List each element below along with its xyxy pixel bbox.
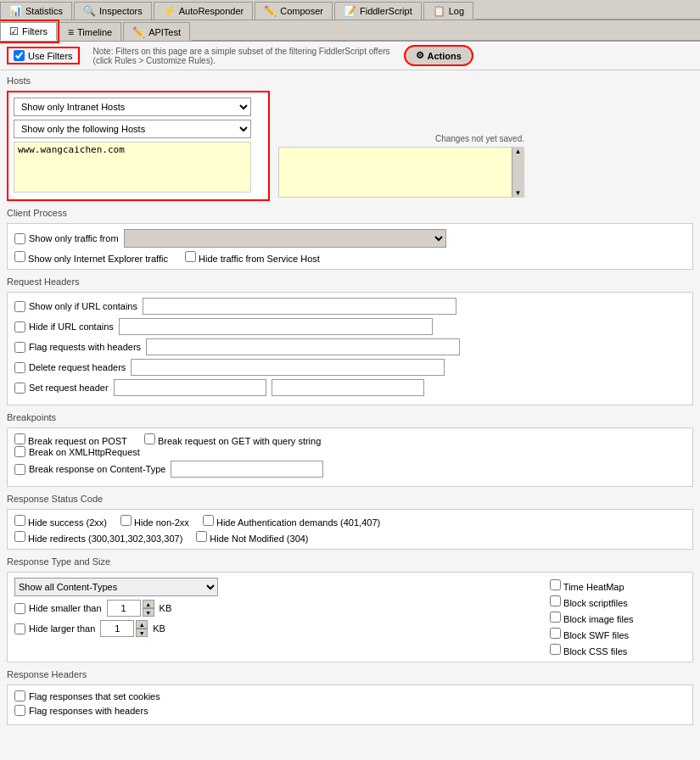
breakpoints-row1: Break request on POST Break request on G… <box>14 433 686 446</box>
tab-timeline[interactable]: ≡ Timeline <box>59 22 121 41</box>
response-type-section: Response Type and Size Show all Content-… <box>7 556 693 662</box>
delete-headers-checkbox[interactable] <box>14 362 25 373</box>
break-post-checkbox[interactable] <box>14 433 25 444</box>
content-type-dropdown-row: Show all Content-Types <box>14 578 536 596</box>
hide-larger-spinner-btns: ▲ ▼ <box>136 620 148 637</box>
show-only-ie-checkbox[interactable] <box>14 251 25 262</box>
client-process-checkboxes: Show only Internet Explorer traffic Hide… <box>14 251 686 264</box>
set-header-name-input[interactable] <box>114 379 266 396</box>
hide-service-host-label: Hide traffic from Service Host <box>185 251 320 264</box>
hide-smaller-row: Hide smaller than ▲ ▼ KB <box>14 600 536 617</box>
hide-auth-checkbox[interactable] <box>203 515 214 526</box>
actions-button[interactable]: ⚙ Actions <box>404 45 473 66</box>
hide-larger-input[interactable] <box>100 620 134 637</box>
hide-success-checkbox[interactable] <box>14 515 25 526</box>
toolbar: Use Filters Note: Filters on this page a… <box>0 42 700 70</box>
flag-requests-input[interactable] <box>146 338 460 355</box>
tab-composer[interactable]: ✏️ Composer <box>255 2 333 20</box>
toolbar-note: Note: Filters on this page are a simple … <box>93 47 390 65</box>
statistics-icon: 📊 <box>9 5 22 17</box>
show-if-url-checkbox[interactable] <box>14 301 25 312</box>
response-type-right: Time HeatMap Block scriptfiles Block ima… <box>550 578 686 657</box>
hide-if-url-input[interactable] <box>119 318 433 335</box>
hide-service-host-checkbox[interactable] <box>185 251 196 262</box>
hide-larger-row: Hide larger than ▲ ▼ KB <box>14 620 536 637</box>
hide-larger-down-btn[interactable]: ▼ <box>136 629 148 637</box>
break-content-type-input[interactable] <box>171 461 323 478</box>
hide-smaller-input[interactable] <box>107 600 141 617</box>
break-content-type-row: Break response on Content-Type <box>14 461 686 478</box>
tab-bar-row1: 📊 Statistics 🔍 Inspectors ⚡ AutoResponde… <box>0 0 700 20</box>
hosts-dropdown1-row: Show only Intranet Hosts <box>14 98 263 116</box>
block-scriptfiles-checkbox[interactable] <box>550 595 561 606</box>
actions-icon: ⚙ <box>416 50 424 61</box>
tab-log[interactable]: 📋 Log <box>423 2 473 20</box>
flag-responses-checkbox[interactable] <box>14 705 25 716</box>
block-swffiles-label: Block SWF files <box>550 628 686 640</box>
rh-row-2: Flag requests with headers <box>14 338 686 355</box>
client-process-box: Show only traffic from Show only Interne… <box>7 223 693 270</box>
hide-non2xx-checkbox[interactable] <box>120 515 132 526</box>
hide-not-modified-label: Hide Not Modified (304) <box>196 531 308 544</box>
time-heatmap-checkbox[interactable] <box>550 579 561 590</box>
hide-smaller-down-btn[interactable]: ▼ <box>143 608 154 617</box>
break-xml-checkbox[interactable] <box>14 446 25 457</box>
break-content-type-checkbox[interactable] <box>14 464 25 475</box>
scrollbar-up-icon[interactable]: ▲ <box>515 148 522 155</box>
fiddlerscript-icon: 📝 <box>344 5 356 17</box>
flag-cookies-checkbox[interactable] <box>14 690 25 701</box>
hide-if-url-checkbox[interactable] <box>14 321 25 332</box>
show-traffic-dropdown[interactable] <box>124 229 446 248</box>
hosts-section-title: Hosts <box>7 75 693 86</box>
hosts-dropdown2-row: Show only the following Hosts <box>14 120 263 138</box>
use-filters-checkbox[interactable] <box>14 50 25 61</box>
hide-smaller-up-btn[interactable]: ▲ <box>143 600 154 608</box>
set-header-value-input[interactable] <box>272 379 424 396</box>
tab-fiddlerscript[interactable]: 📝 FiddlerScript <box>334 2 422 20</box>
hide-larger-label: Hide larger than <box>14 623 95 634</box>
delete-headers-input[interactable] <box>131 359 445 376</box>
break-get-checkbox[interactable] <box>144 433 155 444</box>
block-cssfiles-checkbox[interactable] <box>550 644 561 655</box>
break-xml-label: Break on XMLHttpRequest <box>14 446 140 457</box>
tab-autoresponder[interactable]: ⚡ AutoResponder <box>154 2 253 20</box>
hosts-textarea[interactable] <box>14 142 251 193</box>
show-if-url-input[interactable] <box>143 298 456 315</box>
response-headers-section: Response Headers Flag responses that set… <box>7 669 693 725</box>
content-type-dropdown[interactable]: Show all Content-Types <box>14 578 218 596</box>
tab-apitest[interactable]: ✏️ APITest <box>123 22 190 41</box>
hide-larger-up-btn[interactable]: ▲ <box>136 620 148 629</box>
autoresponder-icon: ⚡ <box>163 5 176 17</box>
break-xml-row: Break on XMLHttpRequest <box>14 446 686 457</box>
tab-inspectors[interactable]: 🔍 Inspectors <box>74 2 152 20</box>
hosts-section: Hosts Show only Intranet Hosts Show only… <box>7 75 693 201</box>
hide-smaller-unit: KB <box>160 603 172 613</box>
break-post-label: Break request on POST <box>14 433 127 446</box>
hide-not-modified-checkbox[interactable] <box>196 531 207 542</box>
client-process-section: Client Process Show only traffic from Sh… <box>7 208 693 270</box>
hide-smaller-checkbox[interactable] <box>14 603 25 614</box>
use-filters-box: Use Filters <box>7 47 80 64</box>
flag-requests-checkbox[interactable] <box>14 342 25 353</box>
time-heatmap-label: Time HeatMap <box>550 579 686 592</box>
hosts-dropdown1[interactable]: Show only Intranet Hosts <box>14 98 251 116</box>
block-imagefiles-label: Block image files <box>550 612 686 624</box>
flag-requests-label: Flag requests with headers <box>14 342 141 353</box>
show-traffic-row: Show only traffic from <box>14 229 686 248</box>
response-type-inner: Show all Content-Types Hide smaller than… <box>14 578 686 657</box>
breakpoints-section: Breakpoints Break request on POST Break … <box>7 412 693 487</box>
block-imagefiles-checkbox[interactable] <box>550 612 561 623</box>
hide-redirects-checkbox[interactable] <box>14 531 25 542</box>
set-header-label: Set request header <box>14 383 109 394</box>
response-headers-title: Response Headers <box>7 669 693 679</box>
tab-statistics[interactable]: 📊 Statistics <box>0 2 72 20</box>
scrollbar-down-icon[interactable]: ▼ <box>515 189 522 197</box>
block-swffiles-checkbox[interactable] <box>550 628 561 639</box>
hosts-dropdown2[interactable]: Show only the following Hosts <box>14 120 251 138</box>
set-header-checkbox[interactable] <box>14 383 25 394</box>
hide-larger-checkbox[interactable] <box>14 623 25 634</box>
tab-filters[interactable]: ☑ Filters <box>0 22 57 41</box>
show-traffic-checkbox[interactable] <box>14 233 25 244</box>
flag-cookies-row: Flag responses that set cookies <box>14 690 686 701</box>
hide-smaller-label: Hide smaller than <box>14 603 102 614</box>
